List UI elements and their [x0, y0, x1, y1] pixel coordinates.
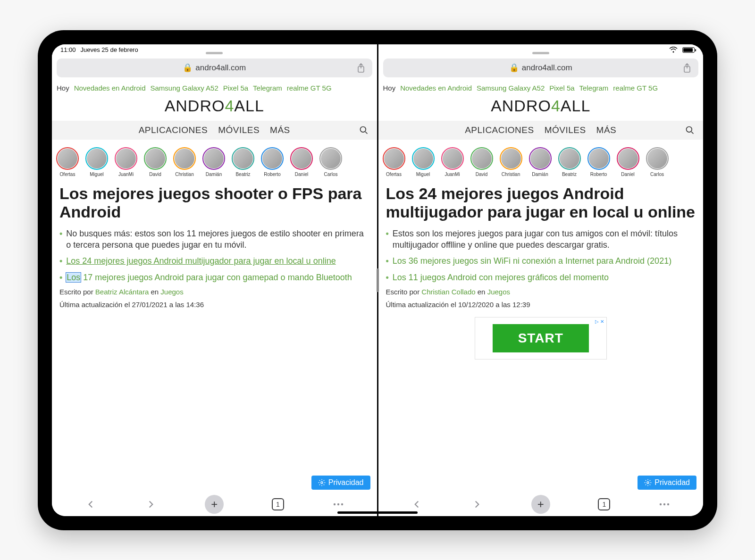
updated-text: Última actualización el 10/12/2020 a las…	[386, 301, 696, 309]
bullet-item[interactable]: •Los 11 juegos Android con mejores gráfi…	[386, 272, 696, 283]
nav-item[interactable]: APLICACIONES	[139, 125, 208, 135]
byline: Escrito por Christian Collado en Juegos	[386, 288, 696, 296]
more-icon[interactable]	[658, 502, 671, 507]
author-link[interactable]: Christian Collado	[421, 288, 475, 296]
back-icon[interactable]	[84, 498, 97, 510]
ad-unit[interactable]: ▷ ✕ START	[475, 317, 607, 359]
bullet-item[interactable]: •Los 36 mejores juegos sin WiFi ni conex…	[386, 255, 696, 267]
bullet-item[interactable]: •Los 17 mejores juegos Android para juga…	[59, 272, 369, 283]
nav-item[interactable]: APLICACIONES	[465, 125, 534, 135]
svg-point-4	[337, 503, 339, 505]
story-item[interactable]: Daniel	[289, 147, 314, 177]
story-item[interactable]: Damián	[201, 147, 226, 177]
forward-icon[interactable]	[471, 498, 483, 510]
story-label: Daniel	[615, 172, 641, 177]
story-label: David	[469, 172, 495, 177]
story-item[interactable]: David	[143, 147, 168, 177]
trending-link[interactable]: Pixel 5a	[549, 84, 574, 92]
privacy-button[interactable]: Privacidad	[311, 476, 370, 490]
story-item[interactable]: Roberto	[586, 147, 612, 177]
bullet-item[interactable]: •Los 24 mejores juegos Android multijuga…	[59, 255, 369, 267]
stories-row[interactable]: OfertasMiguelJuanMiDavidChristianDamiánB…	[378, 140, 704, 182]
privacy-button[interactable]: Privacidad	[638, 476, 696, 490]
status-time: 11:00	[60, 46, 76, 53]
trending-link[interactable]: Pixel 5a	[223, 84, 248, 92]
trending-link[interactable]: Samsung Galaxy A52	[477, 84, 545, 92]
back-icon[interactable]	[411, 498, 423, 510]
story-item[interactable]: Roberto	[260, 147, 285, 177]
multitask-grabber-icon[interactable]	[532, 52, 549, 54]
story-item[interactable]: Carlos	[318, 147, 344, 177]
story-item[interactable]: Christian	[498, 147, 524, 177]
trending-link[interactable]: realme GT 5G	[287, 84, 332, 92]
story-item[interactable]: Carlos	[645, 147, 670, 177]
site-logo[interactable]: ANDRO4ALL	[378, 95, 704, 121]
story-label: Damián	[528, 172, 553, 177]
story-item[interactable]: Miguel	[411, 147, 436, 177]
category-link[interactable]: Juegos	[487, 288, 510, 296]
story-label: JuanMi	[113, 172, 139, 177]
tabs-button[interactable]: 1	[272, 498, 284, 510]
more-icon[interactable]	[332, 502, 344, 507]
multitask-grabber-icon[interactable]	[206, 52, 223, 54]
home-indicator[interactable]	[337, 511, 418, 514]
author-link[interactable]: Beatriz Alcántara	[95, 288, 149, 296]
forward-icon[interactable]	[145, 498, 157, 510]
bullet-text[interactable]: Los 11 juegos Android con mejores gráfic…	[393, 272, 609, 283]
story-item[interactable]: Damián	[528, 147, 553, 177]
nav-item[interactable]: MÓVILES	[545, 125, 586, 135]
url-bar[interactable]: 🔒 andro4all.com	[383, 59, 699, 77]
split-handle-icon[interactable]	[377, 268, 379, 292]
story-item[interactable]: JuanMi	[440, 147, 465, 177]
story-item[interactable]: Christian	[172, 147, 197, 177]
url-bar[interactable]: 🔒 andro4all.com	[57, 59, 372, 77]
share-icon[interactable]	[356, 63, 366, 73]
trending-link[interactable]: Novedades en Android	[400, 84, 472, 92]
bullet-text[interactable]: Los 24 mejores juegos Android multijugad…	[66, 255, 336, 267]
story-label: Christian	[172, 172, 197, 177]
url-domain: andro4all.com	[195, 63, 246, 73]
search-icon[interactable]	[359, 125, 369, 135]
svg-point-9	[647, 482, 649, 484]
bullet-dot-icon: •	[59, 272, 62, 283]
story-label: Ofertas	[55, 172, 80, 177]
trending-link[interactable]: realme GT 5G	[613, 84, 658, 92]
article-headline: Los mejores juegos shooter o FPS para An…	[59, 184, 369, 221]
trending-link[interactable]: Telegram	[253, 84, 282, 92]
text-selection[interactable]: Los	[66, 273, 81, 282]
bullet-text[interactable]: Los 36 mejores juegos sin WiFi ni conexi…	[393, 255, 671, 267]
adchoices-icon[interactable]: ▷ ✕	[595, 319, 604, 324]
stories-row[interactable]: OfertasMiguelJuanMiDavidChristianDamiánB…	[52, 140, 377, 182]
ad-cta-button[interactable]: START	[493, 324, 589, 352]
category-link[interactable]: Juegos	[160, 288, 183, 296]
tabs-button[interactable]: 1	[598, 498, 610, 510]
nav-item[interactable]: MÓVILES	[218, 125, 260, 135]
story-item[interactable]: David	[469, 147, 495, 177]
site-nav: APLICACIONES MÓVILES MÁS	[52, 121, 377, 140]
share-icon[interactable]	[682, 63, 692, 73]
nav-item[interactable]: MÁS	[596, 125, 617, 135]
new-tab-button[interactable]: +	[205, 495, 224, 514]
story-item[interactable]: Daniel	[615, 147, 641, 177]
wifi-icon	[669, 47, 678, 53]
right-pane: 🔒 andro4all.com Hoy Novedades en Android…	[378, 44, 704, 516]
site-logo[interactable]: ANDRO4ALL	[52, 95, 377, 121]
story-item[interactable]: Miguel	[84, 147, 109, 177]
trending-bar: Hoy Novedades en Android Samsung Galaxy …	[52, 80, 377, 95]
bullet-text[interactable]: Los 17 mejores juegos Android para jugar…	[66, 272, 352, 283]
trending-label: Hoy	[383, 84, 396, 92]
story-item[interactable]: JuanMi	[113, 147, 139, 177]
story-item[interactable]: Ofertas	[381, 147, 407, 177]
nav-item[interactable]: MÁS	[270, 125, 290, 135]
story-label: Roberto	[586, 172, 612, 177]
trending-link[interactable]: Samsung Galaxy A52	[150, 84, 218, 92]
story-item[interactable]: Beatriz	[230, 147, 256, 177]
search-icon[interactable]	[685, 125, 695, 135]
trending-link[interactable]: Novedades en Android	[74, 84, 146, 92]
trending-link[interactable]: Telegram	[579, 84, 609, 92]
story-label: Damián	[201, 172, 226, 177]
story-item[interactable]: Beatriz	[557, 147, 582, 177]
story-item[interactable]: Ofertas	[55, 147, 80, 177]
svg-point-2	[321, 482, 323, 484]
new-tab-button[interactable]: +	[531, 495, 550, 514]
